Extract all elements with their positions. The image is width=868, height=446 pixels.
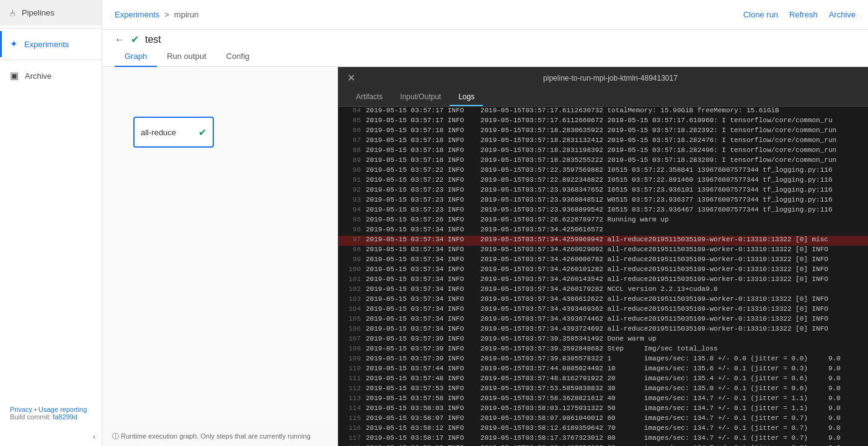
graph-node-all-reduce[interactable]: all-reduce ✔ <box>133 117 214 148</box>
log-line: 942019-05-15 03:57:23 INFO 2019-05-15T03… <box>339 206 868 216</box>
run-name: test <box>145 34 161 45</box>
log-line: 872019-05-15 03:57:18 INFO 2019-05-15T03… <box>339 136 868 146</box>
tab-config[interactable]: Config <box>216 47 260 67</box>
log-line-content: 2019-05-15 03:57:34 INFO 2019-05-15T03:5… <box>366 305 828 315</box>
log-line-number: 114 <box>342 404 361 414</box>
sidebar-item-archive[interactable]: ▣ Archive <box>0 63 102 89</box>
log-line-content: 2019-05-15 03:57:22 INFO 2019-05-15T03:5… <box>366 176 833 186</box>
log-line-number: 86 <box>342 127 361 136</box>
log-line-number: 103 <box>342 295 361 305</box>
sidebar-item-experiments[interactable]: ✦ Experiments <box>0 31 102 57</box>
graph-area: all-reduce ✔ ⓘ Runtime execution graph. … <box>102 67 868 446</box>
sidebar-item-label: Archive <box>25 71 51 81</box>
log-tab-artifacts[interactable]: Artifacts <box>347 89 391 106</box>
separator-dot: • <box>34 406 37 413</box>
tab-graph[interactable]: Graph <box>115 47 157 67</box>
log-line-content: 2019-05-15 03:57:39 INFO 2019-05-15T03:5… <box>366 355 841 365</box>
log-line-number: 87 <box>342 136 361 146</box>
breadcrumb-experiments[interactable]: Experiments <box>115 10 159 19</box>
log-line-number: 108 <box>342 345 361 355</box>
graph-canvas: all-reduce ✔ ⓘ Runtime execution graph. … <box>102 67 338 446</box>
privacy-link[interactable]: Privacy <box>10 406 32 413</box>
sidebar-divider-2 <box>0 60 102 60</box>
log-line-number: 90 <box>342 166 361 176</box>
usage-reporting-link[interactable]: Usage reporting <box>38 406 87 413</box>
log-line-number: 117 <box>342 434 361 444</box>
log-line-number: 92 <box>342 186 361 196</box>
clone-run-button[interactable]: Clone run <box>743 10 778 19</box>
log-close-button[interactable]: ✕ <box>347 72 355 84</box>
log-line: 1052019-05-15 03:57:34 INFO 2019-05-15T0… <box>339 315 868 325</box>
breadcrumb-separator: > <box>164 10 169 19</box>
sidebar-collapse-button[interactable]: ‹ <box>0 427 102 446</box>
tabs-bar: Graph Run output Config <box>102 47 868 67</box>
log-line-number: 102 <box>342 285 361 295</box>
log-line-content: 2019-05-15 03:57:34 INFO 2019-05-15T03:5… <box>366 275 828 285</box>
log-line-content: 2019-05-15 03:57:26 INFO 2019-05-15T03:5… <box>366 216 668 226</box>
back-button[interactable]: ← <box>115 34 125 45</box>
log-tab-input-output[interactable]: Input/Output <box>391 89 450 106</box>
log-line: 1172019-05-15 03:58:17 INFO 2019-05-15T0… <box>339 434 868 444</box>
refresh-button[interactable]: Refresh <box>789 10 818 19</box>
log-line: 1162019-05-15 03:58:12 INFO 2019-05-15T0… <box>339 424 868 434</box>
log-line-content: 2019-05-15 03:58:12 INFO 2019-05-15T03:5… <box>366 424 841 434</box>
log-line: 912019-05-15 03:57:22 INFO 2019-05-15T03… <box>339 176 868 186</box>
log-line: 982019-05-15 03:57:34 INFO 2019-05-15T03… <box>339 246 868 256</box>
log-line-number: 85 <box>342 117 361 127</box>
log-line: 1112019-05-15 03:57:48 INFO 2019-05-15T0… <box>339 375 868 385</box>
log-line: 932019-05-15 03:57:23 INFO 2019-05-15T03… <box>339 196 868 206</box>
sidebar-item-label: Experiments <box>24 40 69 49</box>
build-commit-link[interactable]: fa8299d <box>53 413 78 421</box>
log-line-content: 2019-05-15 03:57:17 INFO 2019-05-15T03:5… <box>366 117 833 127</box>
log-line-number: 99 <box>342 256 361 265</box>
log-tabs-bar: Artifacts Input/Output Logs <box>339 89 868 107</box>
sidebar-divider <box>0 28 102 29</box>
log-line: 1002019-05-15 03:57:34 INFO 2019-05-15T0… <box>339 265 868 275</box>
run-title-row: ← ✔ test <box>102 30 868 47</box>
sidebar: ⑃ Pipelines ✦ Experiments ▣ Archive Priv… <box>0 0 102 446</box>
log-line-number: 112 <box>342 385 361 395</box>
log-line-content: 2019-05-15 03:57:34 INFO 2019-05-15T03:5… <box>366 236 828 246</box>
log-line: 1032019-05-15 03:57:34 INFO 2019-05-15T0… <box>339 295 868 305</box>
log-line-content: 2019-05-15 03:57:23 INFO 2019-05-15T03:5… <box>366 206 833 216</box>
log-line: 1022019-05-15 03:57:34 INFO 2019-05-15T0… <box>339 285 868 295</box>
log-line-content: 2019-05-15 03:57:18 INFO 2019-05-15T03:5… <box>366 136 836 146</box>
log-line-content: 2019-05-15 03:57:23 INFO 2019-05-15T03:5… <box>366 186 833 196</box>
log-line-number: 101 <box>342 275 361 285</box>
log-line-number: 104 <box>342 305 361 315</box>
log-line-number: 88 <box>342 146 361 156</box>
log-line: 1082019-05-15 03:57:39 INFO 2019-05-15T0… <box>339 345 868 355</box>
collapse-icon: ‹ <box>93 432 95 441</box>
log-line: 992019-05-15 03:57:34 INFO 2019-05-15T03… <box>339 256 868 265</box>
graph-footer: ⓘ Runtime execution graph. Only steps th… <box>102 427 338 446</box>
log-line-number: 116 <box>342 424 361 434</box>
log-line-content: 2019-05-15 03:57:34 INFO 2019-05-15T03:5… <box>366 295 828 305</box>
log-line-content: 2019-05-15 03:57:18 INFO 2019-05-15T03:5… <box>366 156 836 166</box>
log-panel-title: pipeline-to-run-mpi-job-ktmln-489413017 <box>361 74 859 83</box>
log-line-number: 105 <box>342 315 361 325</box>
log-line: 1072019-05-15 03:57:39 INFO 2019-05-15T0… <box>339 335 868 345</box>
log-line-content: 2019-05-15 03:57:48 INFO 2019-05-15T03:5… <box>366 375 841 385</box>
log-line-content: 2019-05-15 03:57:23 INFO 2019-05-15T03:5… <box>366 196 833 206</box>
log-line-content: 2019-05-15 03:57:34 INFO 2019-05-15T03:5… <box>366 315 828 325</box>
archive-button[interactable]: Archive <box>829 10 856 19</box>
log-line-content: 2019-05-15 03:57:44 INFO 2019-05-15T03:5… <box>366 365 841 375</box>
log-tab-logs[interactable]: Logs <box>450 89 483 106</box>
log-line-content: 2019-05-15 03:57:17 INFO 2019-05-15T03:5… <box>366 107 779 117</box>
log-line-number: 84 <box>342 107 361 117</box>
archive-icon: ▣ <box>10 70 19 81</box>
log-line: 842019-05-15 03:57:17 INFO 2019-05-15T03… <box>339 107 868 117</box>
log-content: 842019-05-15 03:57:17 INFO 2019-05-15T03… <box>339 107 868 446</box>
log-line-content: 2019-05-15 03:57:53 INFO 2019-05-15T03:5… <box>366 385 841 395</box>
main-content: Experiments > mpirun Clone run Refresh A… <box>102 0 868 446</box>
build-label: Build commit: <box>10 413 51 421</box>
log-line-number: 106 <box>342 325 361 335</box>
sidebar-item-pipelines[interactable]: ⑃ Pipelines <box>0 0 102 25</box>
log-line: 962019-05-15 03:57:34 INFO 2019-05-15T03… <box>339 226 868 236</box>
log-line-content: 2019-05-15 03:57:34 INFO 2019-05-15T03:5… <box>366 226 603 236</box>
log-line-number: 109 <box>342 355 361 365</box>
tab-run-output[interactable]: Run output <box>157 47 216 67</box>
log-line-number: 110 <box>342 365 361 375</box>
pipelines-icon: ⑃ <box>10 7 16 18</box>
log-line: 1142019-05-15 03:58:03 INFO 2019-05-15T0… <box>339 404 868 414</box>
